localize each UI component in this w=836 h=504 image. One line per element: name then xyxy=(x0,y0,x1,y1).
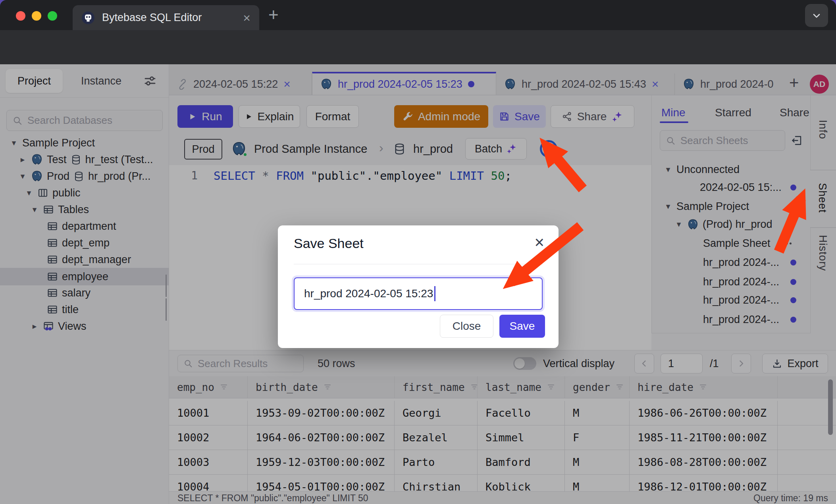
tab-search-button[interactable] xyxy=(805,4,828,27)
browser-tab-close-icon[interactable]: × xyxy=(243,12,250,24)
window-close-button[interactable] xyxy=(16,11,25,21)
dialog-title: Save Sheet xyxy=(294,236,364,251)
new-browser-tab-button[interactable]: + xyxy=(268,5,279,25)
save-sheet-dialog: Save Sheet × hr_prod 2024-02-05 15:23 Cl… xyxy=(278,225,559,348)
window-minimize-button[interactable] xyxy=(32,11,41,21)
window-zoom-button[interactable] xyxy=(48,11,57,21)
browser-tab-title: Bytebase SQL Editor xyxy=(102,12,202,24)
chevron-down-icon xyxy=(811,10,822,21)
dialog-divider xyxy=(294,264,543,264)
browser-chrome: Bytebase SQL Editor × + localhost:8080/s… xyxy=(0,0,836,64)
dialog-save-button[interactable]: Save xyxy=(499,315,545,338)
browser-toolbar: localhost:8080/sql-editor/prod-sample-in… xyxy=(0,30,836,64)
dialog-close-icon[interactable]: × xyxy=(534,234,544,251)
browser-tab[interactable]: Bytebase SQL Editor × xyxy=(73,5,259,30)
sheet-name-input[interactable]: hr_prod 2024-02-05 15:23 xyxy=(294,277,543,310)
dialog-close-button[interactable]: Close xyxy=(440,315,493,338)
text-cursor xyxy=(434,286,435,301)
bytebase-logo-icon xyxy=(81,11,95,25)
